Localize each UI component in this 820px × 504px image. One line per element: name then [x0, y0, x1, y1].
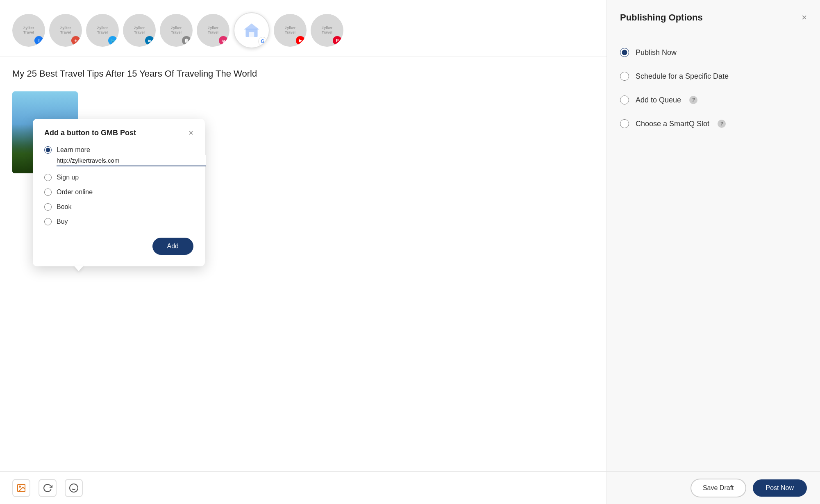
pub-label-smartq: Choose a SmartQ Slot	[636, 120, 709, 128]
gmb-label-order-online: Order online	[57, 188, 93, 196]
left-panel: ZylkerTravel f ZylkerTravel + ZylkerTrav…	[0, 0, 607, 504]
smartq-help-icon[interactable]: ?	[718, 120, 726, 128]
gmb-radio-order-online[interactable]: Order online	[44, 188, 193, 196]
social-icons-row: ZylkerTravel f ZylkerTravel + ZylkerTrav…	[0, 0, 606, 57]
post-now-button[interactable]: Post Now	[753, 479, 807, 497]
pub-radio-schedule[interactable]	[620, 72, 629, 81]
bottom-toolbar	[0, 471, 606, 504]
add-button[interactable]: Add	[152, 238, 193, 255]
pub-radio-add-to-queue[interactable]	[620, 95, 629, 104]
panel-title: Publishing Options	[620, 12, 703, 23]
gmb-label-sign-up: Sign up	[57, 174, 79, 181]
pinterest-badge: P	[333, 36, 342, 45]
svg-point-4	[19, 486, 20, 487]
linkedin-badge: in	[145, 36, 154, 45]
pub-radio-publish-now[interactable]	[620, 48, 629, 57]
social-icon-linkedin[interactable]: ZylkerTravel in	[123, 14, 156, 47]
pub-option-add-to-queue[interactable]: Add to Queue ?	[620, 95, 807, 104]
gmb-options-group: Learn more Sign up Order online Book	[44, 146, 193, 225]
social-icon-gmb[interactable]: G	[234, 12, 270, 48]
svg-point-5	[70, 484, 78, 492]
gmb-radio-buy[interactable]: Buy	[44, 218, 193, 225]
gmb-radio-order-online-input[interactable]	[44, 188, 52, 196]
image-icon	[16, 483, 26, 493]
dialog-title: Add a button to GMB Post	[44, 129, 136, 137]
gmb-label-book: Book	[57, 203, 71, 211]
dialog-footer: Add	[44, 238, 193, 255]
pub-label-add-to-queue: Add to Queue	[636, 96, 681, 104]
publishing-options: Publish Now Schedule for a Specific Date…	[607, 33, 820, 143]
instagram-badge: ig	[219, 36, 228, 45]
trash-badge: 🗑	[182, 36, 191, 45]
refresh-icon	[43, 483, 52, 493]
dialog-close-button[interactable]: ×	[189, 129, 193, 137]
gmb-radio-sign-up-input[interactable]	[44, 174, 52, 181]
gmb-label-learn-more: Learn more	[57, 146, 90, 154]
social-icon-instagram[interactable]: ZylkerTravel ig	[197, 14, 229, 47]
dialog-header: Add a button to GMB Post ×	[44, 129, 193, 137]
svg-marker-1	[244, 23, 259, 30]
svg-rect-2	[249, 32, 254, 37]
gmb-radio-learn-more[interactable]: Learn more	[44, 146, 193, 154]
gmb-radio-book[interactable]: Book	[44, 203, 193, 211]
gmb-radio-learn-more-input[interactable]	[44, 146, 52, 154]
pub-option-smartq[interactable]: Choose a SmartQ Slot ?	[620, 119, 807, 128]
google-plus-badge: +	[71, 36, 80, 45]
save-draft-button[interactable]: Save Draft	[691, 479, 746, 497]
right-panel: Publishing Options × Publish Now Schedul…	[607, 0, 820, 504]
social-icon-youtube[interactable]: ZylkerTravel ▶	[274, 14, 307, 47]
pub-option-publish-now[interactable]: Publish Now	[620, 48, 807, 57]
social-icon-facebook[interactable]: ZylkerTravel f	[12, 14, 45, 47]
gmb-url-input[interactable]	[57, 155, 206, 166]
gmb-radio-sign-up[interactable]: Sign up	[44, 174, 193, 181]
emoji-button[interactable]	[65, 479, 83, 497]
add-to-queue-help-icon[interactable]: ?	[689, 96, 697, 104]
panel-footer: Save Draft Post Now	[607, 471, 820, 504]
pub-label-schedule: Schedule for a Specific Date	[636, 72, 729, 81]
pub-label-publish-now: Publish Now	[636, 48, 677, 57]
facebook-badge: f	[34, 36, 43, 45]
gmb-radio-book-input[interactable]	[44, 203, 52, 211]
post-title: My 25 Best Travel Tips After 15 Years Of…	[0, 57, 606, 87]
refresh-button[interactable]	[39, 479, 57, 497]
gmb-radio-buy-input[interactable]	[44, 218, 52, 225]
pub-option-schedule[interactable]: Schedule for a Specific Date	[620, 72, 807, 81]
panel-close-button[interactable]: ×	[802, 12, 807, 23]
pub-radio-smartq[interactable]	[620, 119, 629, 128]
social-icon-google-plus[interactable]: ZylkerTravel +	[49, 14, 82, 47]
panel-header: Publishing Options ×	[607, 0, 820, 33]
gmb-option-learn-more: Learn more	[44, 146, 193, 166]
social-icon-trash[interactable]: ZylkerTravel 🗑	[160, 14, 193, 47]
social-icon-twitter[interactable]: ZylkerTravel 🐦	[86, 14, 119, 47]
emoji-icon	[69, 483, 79, 493]
gmb-g-badge: G	[258, 37, 267, 46]
youtube-badge: ▶	[296, 36, 305, 45]
gmb-dialog: Add a button to GMB Post × Learn more Si…	[33, 119, 205, 266]
twitter-badge: 🐦	[108, 36, 117, 45]
image-upload-button[interactable]	[12, 479, 30, 497]
gmb-label-buy: Buy	[57, 218, 68, 225]
social-icon-pinterest[interactable]: ZylkerTravel P	[311, 14, 343, 47]
